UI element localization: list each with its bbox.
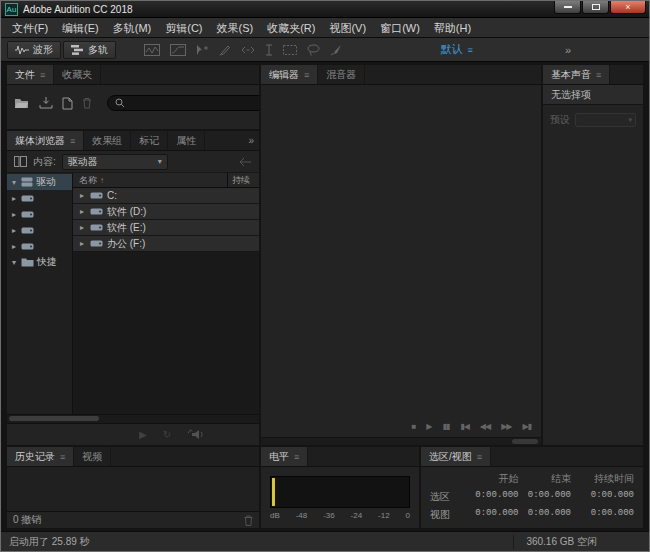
tab-history[interactable]: 历史记录 ≡ <box>7 447 74 466</box>
column-header-duration[interactable]: 持续 <box>227 173 259 187</box>
panel-menu-icon[interactable]: ≡ <box>40 70 45 80</box>
time-selection-tool-icon[interactable] <box>265 44 273 56</box>
paintbrush-selection-tool-icon[interactable] <box>330 44 342 56</box>
chevron-right-icon[interactable]: ▸ <box>78 239 86 248</box>
column-header-name[interactable]: 名称 ↑ <box>73 173 227 187</box>
tab-selection-view[interactable]: 选区/视图 ≡ <box>421 447 491 466</box>
chevron-down-icon[interactable]: ▾ <box>10 258 18 267</box>
open-file-icon[interactable] <box>14 97 30 109</box>
menu-item-view[interactable]: 视图(V) <box>322 18 373 38</box>
tab-markers[interactable]: 标记 <box>131 131 168 150</box>
move-tool-icon[interactable] <box>196 44 209 56</box>
preset-dropdown[interactable]: ▾ <box>575 113 636 127</box>
waveform-view-button[interactable]: 波形 <box>7 41 61 59</box>
tree-item-shortcuts[interactable]: ▾ 快捷 <box>7 254 72 270</box>
preview-volume-icon[interactable] <box>187 429 203 440</box>
view-end-value[interactable]: 0:00.000 <box>519 508 572 522</box>
workspace-selector[interactable]: 默认 ≡ <box>441 42 473 57</box>
minimize-button[interactable] <box>554 1 581 14</box>
menu-item-edit[interactable]: 编辑(E) <box>55 18 106 38</box>
tab-mixer[interactable]: 混音器 <box>318 65 365 84</box>
tabbar-overflow-button[interactable]: » <box>243 131 259 150</box>
new-file-icon[interactable] <box>62 97 73 110</box>
menu-item-favorites[interactable]: 收藏夹(R) <box>260 18 322 38</box>
panel-menu-icon[interactable]: ≡ <box>70 136 75 146</box>
drive-row[interactable]: ▸ C: <box>73 188 259 204</box>
lasso-selection-tool-icon[interactable] <box>307 44 320 56</box>
maximize-button[interactable] <box>582 1 609 14</box>
search-input[interactable] <box>130 98 259 109</box>
clear-history-icon[interactable] <box>244 515 253 526</box>
slip-tool-icon[interactable] <box>241 45 255 55</box>
skip-back-button[interactable]: ▮◀ <box>460 423 469 431</box>
menu-item-effects[interactable]: 效果(S) <box>210 18 261 38</box>
menu-item-file[interactable]: 文件(F) <box>5 18 55 38</box>
tab-video[interactable]: 视频 <box>74 447 111 466</box>
skip-forward-button[interactable]: ▶▮ <box>522 423 531 431</box>
chevron-right-icon[interactable]: ▸ <box>78 191 86 200</box>
multitrack-view-button[interactable]: 多轨 <box>63 41 116 59</box>
view-duration-value[interactable]: 0:00.000 <box>571 508 634 522</box>
selection-duration-value[interactable]: 0:00.000 <box>571 490 634 504</box>
panel-menu-icon[interactable]: ≡ <box>596 70 601 80</box>
chevron-right-icon[interactable]: ▸ <box>78 223 86 232</box>
fast-forward-button[interactable]: ▶▶ <box>501 423 511 431</box>
close-button[interactable]: × <box>610 1 646 14</box>
pause-button[interactable]: ▮▮ <box>442 423 449 431</box>
levels-tabbar: 电平 ≡ <box>261 447 419 467</box>
horizontal-scrollbar[interactable] <box>7 414 259 423</box>
preview-loop-button[interactable]: ↻ <box>163 429 171 440</box>
drive-row[interactable]: ▸ 办公 (F:) <box>73 236 259 252</box>
toolbar-overflow-button[interactable]: » <box>565 44 571 56</box>
menu-item-clip[interactable]: 剪辑(C) <box>158 18 209 38</box>
panel-menu-icon[interactable]: ≡ <box>294 452 299 462</box>
scrollbar-thumb[interactable] <box>9 416 99 421</box>
window-controls: × <box>553 1 646 17</box>
show-spectral-frequency-icon[interactable] <box>144 44 160 56</box>
rewind-button[interactable]: ◀◀ <box>480 423 490 431</box>
tab-essential-sound[interactable]: 基本声音 ≡ <box>543 65 610 84</box>
marquee-selection-tool-icon[interactable] <box>283 45 297 55</box>
chevron-right-icon[interactable]: ▸ <box>78 207 86 216</box>
stop-button[interactable]: ■ <box>411 423 415 431</box>
tab-files[interactable]: 文件 ≡ <box>7 65 54 84</box>
tab-effects-rack[interactable]: 效果组 <box>84 131 131 150</box>
drive-row[interactable]: ▸ 软件 (E:) <box>73 220 259 236</box>
menu-item-window[interactable]: 窗口(W) <box>373 18 427 38</box>
view-start-value[interactable]: 0:00.000 <box>466 508 519 522</box>
preview-play-button[interactable]: ▶ <box>139 429 147 440</box>
tree-item-drives[interactable]: ▾ 驱动 <box>7 174 72 190</box>
tab-editor[interactable]: 编辑器 ≡ <box>261 65 318 84</box>
menu-item-multitrack[interactable]: 多轨(M) <box>106 18 159 38</box>
play-button[interactable]: ▶ <box>426 423 431 431</box>
chevron-right-icon[interactable]: ▸ <box>10 226 18 235</box>
panel-menu-icon[interactable]: ≡ <box>477 452 482 462</box>
drive-row[interactable]: ▸ 软件 (D:) <box>73 204 259 220</box>
tab-properties[interactable]: 属性 <box>168 131 205 150</box>
tab-levels[interactable]: 电平 ≡ <box>261 447 308 466</box>
tab-favorites[interactable]: 收藏夹 <box>54 65 101 84</box>
import-file-icon[interactable] <box>39 97 53 109</box>
editor-canvas[interactable]: ■ ▶ ▮▮ ▮◀ ◀◀ ▶▶ ▶▮ <box>261 85 541 445</box>
tree-drive-item[interactable]: ▸ <box>7 190 72 206</box>
tree-drive-item[interactable]: ▸ <box>7 238 72 254</box>
panel-menu-icon[interactable]: ≡ <box>60 452 65 462</box>
razor-tool-icon[interactable] <box>219 44 231 56</box>
chevron-down-icon[interactable]: ▾ <box>10 178 18 187</box>
tab-media-browser[interactable]: 媒体浏览器 ≡ <box>7 131 84 150</box>
chevron-right-icon[interactable]: ▸ <box>10 242 18 251</box>
selection-start-value[interactable]: 0:00.000 <box>466 490 519 504</box>
panel-menu-icon[interactable]: ≡ <box>304 70 309 80</box>
chevron-right-icon[interactable]: ▸ <box>10 194 18 203</box>
scrollbar-thumb[interactable] <box>512 439 538 444</box>
navigate-up-icon[interactable] <box>239 157 252 167</box>
tree-drive-item[interactable]: ▸ <box>7 206 72 222</box>
selection-end-value[interactable]: 0:00.000 <box>519 490 572 504</box>
show-spectral-pitch-icon[interactable] <box>170 44 186 56</box>
chevron-right-icon[interactable]: ▸ <box>10 210 18 219</box>
content-source-dropdown[interactable]: 驱动器 ▾ <box>62 154 168 170</box>
menu-item-help[interactable]: 帮助(H) <box>427 18 478 38</box>
delete-icon[interactable] <box>82 97 92 109</box>
editor-horizontal-scrollbar[interactable] <box>261 437 541 445</box>
tree-drive-item[interactable]: ▸ <box>7 222 72 238</box>
